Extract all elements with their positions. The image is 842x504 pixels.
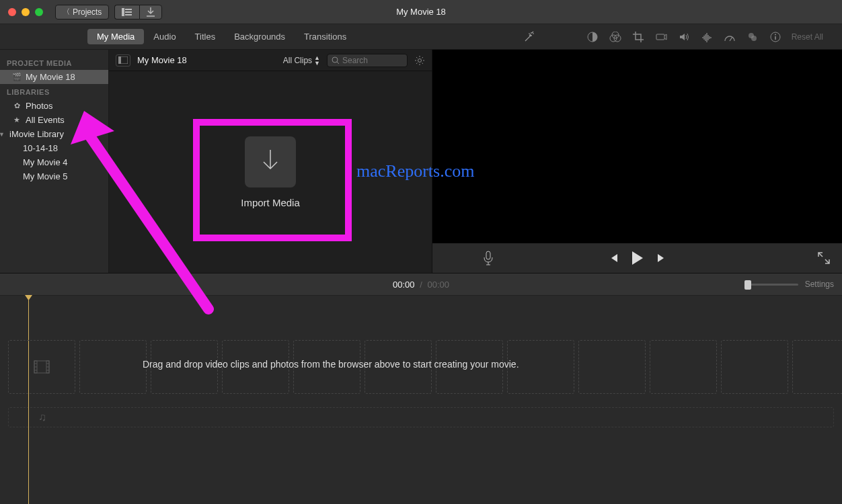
enhance-wand-icon[interactable] xyxy=(523,30,536,44)
download-arrow-icon xyxy=(258,149,282,175)
main-content-row: PROJECT MEDIA 🎬 My Movie 18 LIBRARIES ✿ … xyxy=(0,50,842,273)
timeline[interactable]: Drag and drop video clips and photos fro… xyxy=(0,296,842,504)
sidebar-header-project-media: PROJECT MEDIA xyxy=(0,55,108,70)
browser-title: My Movie 18 xyxy=(137,55,187,65)
play-button[interactable] xyxy=(631,251,644,265)
library-list-icon xyxy=(122,8,132,16)
timeline-settings-button[interactable]: Settings xyxy=(805,280,834,289)
tab-backgrounds[interactable]: Backgrounds xyxy=(225,29,295,44)
reset-all-button[interactable]: Reset All xyxy=(792,32,829,42)
clapperboard-icon: 🎬 xyxy=(12,73,22,82)
zoom-slider[interactable] xyxy=(744,284,798,286)
timeline-slot[interactable] xyxy=(578,340,646,394)
projects-label: Projects xyxy=(73,7,102,17)
microphone-icon xyxy=(483,251,494,265)
playback-controls xyxy=(608,251,667,265)
tab-my-media[interactable]: My Media xyxy=(87,29,144,44)
timeline-slot[interactable] xyxy=(365,340,432,394)
tab-audio[interactable]: Audio xyxy=(144,29,185,44)
svg-rect-2 xyxy=(125,11,132,13)
svg-rect-0 xyxy=(122,8,124,16)
timeline-audio-track[interactable]: ♫ xyxy=(8,407,834,427)
close-window-button[interactable] xyxy=(8,8,16,16)
window-title: My Movie 18 xyxy=(396,7,446,17)
clip-filter-dropdown[interactable]: All Clips ▲▼ xyxy=(283,55,320,66)
sidebar-item-imovie-library[interactable]: ▼ iMovie Library xyxy=(0,127,108,141)
timeline-slot[interactable] xyxy=(792,340,842,394)
traffic-lights xyxy=(0,8,43,16)
sidebar-event-2[interactable]: My Movie 5 xyxy=(0,169,108,183)
sidebar-header-libraries: LIBRARIES xyxy=(0,84,108,99)
fullscreen-button[interactable] xyxy=(818,252,830,264)
search-input[interactable] xyxy=(342,56,403,65)
tab-titles[interactable]: Titles xyxy=(186,29,225,44)
info-icon[interactable] xyxy=(769,30,782,44)
timeline-slot[interactable] xyxy=(436,340,503,394)
svg-rect-8 xyxy=(656,34,664,40)
noise-reduction-icon[interactable] xyxy=(700,30,714,44)
svg-rect-13 xyxy=(775,36,776,40)
timeline-slot[interactable] xyxy=(721,340,788,394)
library-list-button[interactable] xyxy=(114,5,139,19)
sidebar-photos-label: Photos xyxy=(26,101,52,111)
sidebar-imovie-library-label: iMovie Library xyxy=(9,129,64,139)
svg-rect-1 xyxy=(125,9,132,10)
speed-icon[interactable] xyxy=(723,30,736,44)
crop-icon[interactable] xyxy=(632,30,645,44)
titlebar: 〈 Projects My Movie 18 xyxy=(0,0,842,24)
stabilization-icon[interactable] xyxy=(654,30,668,44)
sidebar-toggle-button[interactable] xyxy=(116,54,130,67)
sidebar-item-photos[interactable]: ✿ Photos xyxy=(0,99,108,113)
clip-filter-icon[interactable] xyxy=(746,30,759,44)
chevron-left-icon: 〈 xyxy=(63,7,70,17)
timeline-slot[interactable] xyxy=(8,340,75,394)
viewer xyxy=(432,50,842,273)
sidebar-event-0[interactable]: 10-14-18 xyxy=(0,141,108,155)
sidebar-item-project[interactable]: 🎬 My Movie 18 xyxy=(0,70,108,84)
filmstrip-icon xyxy=(34,360,50,374)
import-media-button[interactable]: Import Media xyxy=(241,136,300,208)
timecode-display: 00:00 / 00:00 xyxy=(393,280,449,290)
disclosure-triangle-icon[interactable]: ▼ xyxy=(0,131,5,138)
timeline-slot[interactable] xyxy=(222,340,289,394)
timeline-slot[interactable] xyxy=(650,340,717,394)
fullscreen-window-button[interactable] xyxy=(35,8,43,16)
zoom-slider-thumb[interactable] xyxy=(744,280,751,290)
viewer-controls xyxy=(432,243,842,273)
prev-button[interactable] xyxy=(608,253,619,263)
minimize-window-button[interactable] xyxy=(22,8,30,16)
photos-flower-icon: ✿ xyxy=(12,101,22,111)
voiceover-record-button[interactable] xyxy=(483,251,494,265)
browser-settings-button[interactable] xyxy=(414,55,425,66)
next-button[interactable] xyxy=(656,253,667,263)
browser-body: Import Media xyxy=(109,71,432,273)
sidebar-item-all-events[interactable]: ★ All Events xyxy=(0,113,108,127)
timeline-slot[interactable] xyxy=(79,340,147,394)
media-browser: My Movie 18 All Clips ▲▼ Impor xyxy=(109,50,432,273)
svg-rect-3 xyxy=(125,14,132,15)
timeline-video-track[interactable]: Drag and drop video clips and photos fro… xyxy=(8,340,834,394)
view-mode-segmented xyxy=(114,5,162,19)
browser-header: My Movie 18 All Clips ▲▼ xyxy=(109,50,432,71)
projects-back-button[interactable]: 〈 Projects xyxy=(55,5,109,19)
timeline-slot[interactable] xyxy=(507,340,574,394)
playhead[interactable] xyxy=(28,296,29,504)
timeline-header-right: Settings xyxy=(744,280,842,289)
search-field[interactable] xyxy=(327,54,408,67)
sidebar-event-1[interactable]: My Movie 4 xyxy=(0,155,108,169)
tab-transitions[interactable]: Transitions xyxy=(295,29,356,44)
play-icon xyxy=(631,251,644,265)
svg-rect-18 xyxy=(486,251,490,259)
timeline-slot[interactable] xyxy=(151,340,218,394)
sidebar-toggle-icon xyxy=(118,56,128,64)
svg-point-17 xyxy=(418,58,422,62)
import-button[interactable] xyxy=(139,5,162,19)
sidebar-project-label: My Movie 18 xyxy=(26,72,75,82)
color-balance-icon[interactable] xyxy=(586,30,599,44)
volume-icon[interactable] xyxy=(677,30,691,44)
sidebar: PROJECT MEDIA 🎬 My Movie 18 LIBRARIES ✿ … xyxy=(0,50,109,273)
color-correction-icon[interactable] xyxy=(609,30,622,44)
timeline-slot[interactable] xyxy=(293,340,360,394)
viewer-tools: Reset All xyxy=(523,30,842,44)
search-icon xyxy=(332,56,340,65)
